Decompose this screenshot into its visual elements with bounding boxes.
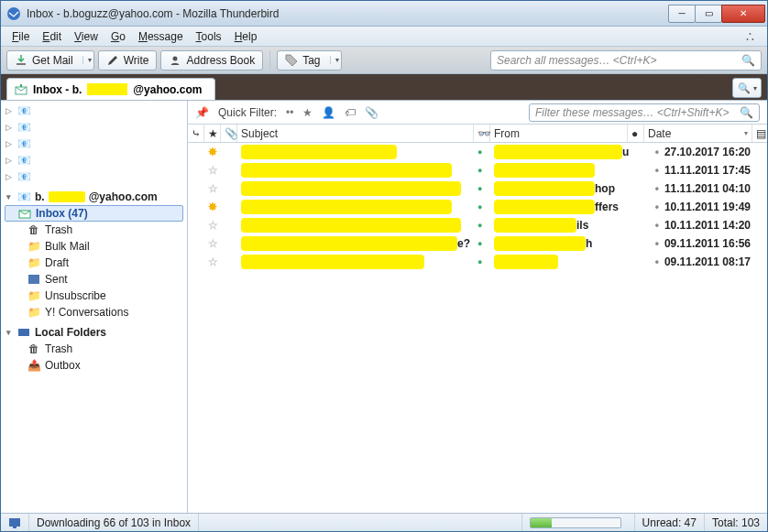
message-row[interactable]: ☆●•09.11.2011 08:17	[188, 253, 767, 271]
menu-help[interactable]: Help	[229, 28, 263, 45]
write-button[interactable]: Write	[98, 50, 158, 71]
from-column[interactable]: From	[490, 125, 628, 142]
menu-message[interactable]: Message	[133, 28, 189, 45]
download-progress	[530, 517, 621, 528]
search-dropdown-button[interactable]: 🔍 ▾	[732, 78, 762, 98]
folder-bulk[interactable]: 📁 Bulk Mail	[1, 238, 187, 255]
subject-column[interactable]: Subject	[237, 125, 474, 142]
star-icon[interactable]: ☆	[204, 237, 221, 250]
menu-edit[interactable]: Edit	[37, 28, 67, 45]
status-bar: Downloading 66 of 103 in Inbox Unread: 4…	[1, 513, 767, 531]
status-text-label: Downloading 66 of 103 in Inbox	[37, 516, 191, 529]
star-filter-icon[interactable]: ★	[302, 106, 313, 119]
folder-trash-label: Trash	[45, 223, 72, 236]
inbox-icon	[15, 84, 27, 95]
folder-local-trash[interactable]: 🗑 Trash	[1, 341, 187, 357]
from-fragment: u	[622, 146, 629, 158]
folder-inbox-label: Inbox (47)	[36, 207, 88, 220]
redacted-from	[494, 236, 586, 251]
account-collapsed[interactable]: ▷📧	[1, 103, 187, 119]
inbox-icon	[17, 208, 32, 219]
person-icon	[169, 54, 181, 67]
redacted-subject	[241, 163, 452, 178]
close-button[interactable]: ✕	[721, 5, 765, 23]
drive-icon	[16, 327, 31, 338]
account-collapsed[interactable]: ▷📧	[1, 119, 187, 136]
date-column[interactable]: Date ▾	[644, 125, 752, 142]
attachment-column[interactable]: 📎	[221, 125, 237, 142]
status-text: Downloading 66 of 103 in Inbox	[28, 514, 198, 531]
total-count-label: Total: 103	[712, 516, 760, 529]
folder-unsubscribe[interactable]: 📁 Unsubscribe	[1, 288, 187, 304]
online-icon[interactable]	[1, 514, 28, 531]
attachment-filter-icon[interactable]: 📎	[365, 106, 379, 119]
activity-icon: ∴	[746, 29, 762, 44]
search-icon: 🔍	[738, 82, 751, 94]
folder-yconversations[interactable]: 📁 Y! Conversations	[1, 304, 187, 320]
message-row[interactable]: ☆e?●h•09.11.2011 16:56	[188, 234, 767, 253]
message-list[interactable]: ✸●u•27.10.2017 16:20☆●•11.11.2011 17:45☆…	[188, 143, 767, 513]
redacted-from	[494, 255, 558, 269]
redacted-from	[494, 218, 576, 233]
read-column[interactable]: ●	[628, 125, 644, 142]
folder-sent[interactable]: Sent	[1, 271, 187, 288]
message-row[interactable]: ✸●ffers•10.11.2011 19:49	[188, 198, 767, 216]
search-icon: 🔍	[741, 54, 755, 67]
svg-rect-1	[16, 63, 26, 65]
quick-filter-input[interactable]: Filter these messages… <Ctrl+Shift+K> 🔍	[529, 103, 760, 122]
address-book-button[interactable]: Address Book	[160, 50, 263, 71]
menu-tools[interactable]: Tools	[191, 28, 227, 45]
message-row[interactable]: ☆●hop•11.11.2011 04:10	[188, 179, 767, 198]
redacted-from	[494, 200, 595, 214]
pin-icon[interactable]: 📌	[195, 106, 209, 119]
subject-fragment: e?	[457, 237, 470, 250]
svg-rect-5	[28, 275, 39, 284]
star-icon[interactable]: ✸	[204, 201, 221, 213]
thread-column[interactable]: ⤷	[188, 125, 204, 142]
star-icon[interactable]: ☆	[204, 164, 221, 177]
minimize-button[interactable]: ─	[668, 5, 696, 23]
menu-file[interactable]: File	[6, 28, 35, 45]
star-icon[interactable]: ☆	[204, 182, 221, 195]
global-search-input[interactable]: Search all messages… <Ctrl+K> 🔍	[490, 50, 762, 71]
contact-filter-icon[interactable]: 👤	[322, 106, 335, 119]
star-column[interactable]: ★	[204, 125, 221, 142]
folder-trash[interactable]: 🗑 Trash	[1, 222, 187, 238]
account-collapsed[interactable]: ▷📧	[1, 136, 187, 152]
column-picker-button[interactable]: ▤	[752, 125, 767, 142]
folder-inbox[interactable]: ▾ Inbox (47)	[5, 205, 183, 222]
menu-go[interactable]: Go	[105, 28, 131, 45]
star-icon[interactable]: ☆	[204, 255, 221, 268]
get-mail-button[interactable]: Get Mail	[6, 50, 94, 71]
tag-filter-icon[interactable]: 🏷	[345, 106, 356, 119]
folder-draft[interactable]: 📁 Draft	[1, 255, 187, 271]
tag-label: Tag	[302, 54, 320, 67]
tag-button[interactable]: Tag	[277, 50, 341, 71]
tab-label-suffix: @yahoo.com	[133, 83, 202, 96]
online-dot-icon: ●	[474, 239, 490, 248]
account-label-suffix: @yahoo.com	[89, 190, 158, 203]
message-row[interactable]: ✸●u•27.10.2017 16:20	[188, 143, 767, 161]
folder-outbox[interactable]: 📤 Outbox	[1, 357, 187, 374]
global-search-placeholder: Search all messages… <Ctrl+K>	[497, 54, 656, 67]
from-fragment: ils	[576, 219, 588, 232]
menu-bar: File Edit View Go Message Tools Help ∴	[1, 27, 767, 47]
local-folders-label: Local Folders	[35, 326, 106, 339]
star-icon[interactable]: ☆	[204, 219, 221, 232]
message-row[interactable]: ☆●•11.11.2011 17:45	[188, 161, 767, 179]
account-expanded[interactable]: ▾📧 b.@yahoo.com	[1, 189, 187, 205]
search-icon: 🔍	[740, 106, 753, 119]
account-collapsed[interactable]: ▷📧	[1, 152, 187, 168]
main-toolbar: Get Mail Write Address Book Tag Search a…	[1, 47, 767, 74]
message-row[interactable]: ☆●ils•10.11.2011 14:20	[188, 216, 767, 234]
local-folders[interactable]: ▾ Local Folders	[1, 324, 187, 341]
account-collapsed[interactable]: ▷📧	[1, 168, 187, 185]
correspondent-column[interactable]: 👓	[474, 125, 490, 142]
unread-filter-icon[interactable]: ••	[286, 106, 293, 119]
star-icon[interactable]: ✸	[204, 146, 221, 158]
maximize-button[interactable]: ▭	[695, 5, 722, 23]
menu-view[interactable]: View	[69, 28, 104, 45]
folder-icon: 📁	[27, 306, 41, 319]
window-titlebar: Inbox - b.boguzz@yahoo.com - Mozilla Thu…	[1, 1, 767, 27]
tab-inbox[interactable]: Inbox - b.@yahoo.com	[6, 78, 215, 100]
